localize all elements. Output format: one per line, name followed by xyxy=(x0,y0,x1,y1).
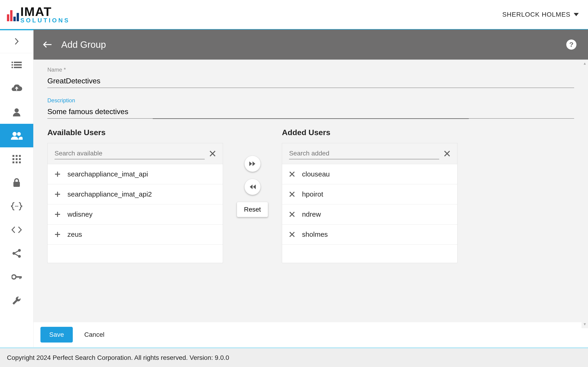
fast-rewind-icon xyxy=(249,184,256,190)
sidebar-item-groups[interactable] xyxy=(0,124,33,147)
sidebar-item-json[interactable] xyxy=(0,194,33,218)
list-item[interactable]: hpoirot xyxy=(282,184,457,204)
plus-icon xyxy=(55,211,60,217)
added-search-input[interactable] xyxy=(289,148,439,159)
add-user-button[interactable] xyxy=(55,211,60,217)
list-item-label: clouseau xyxy=(302,170,330,178)
sidebar-item-share[interactable] xyxy=(0,242,33,265)
lock-icon xyxy=(13,178,21,187)
logo-mark-icon xyxy=(7,7,19,21)
close-icon xyxy=(289,191,295,197)
content-scrollbar[interactable]: ▲ ▼ xyxy=(581,59,588,328)
svg-point-9 xyxy=(12,132,17,136)
sidebar-item-list[interactable] xyxy=(0,53,33,77)
brand-logo[interactable]: IMAT SOLUTIONS xyxy=(7,6,70,23)
svg-point-10 xyxy=(17,132,21,136)
sidebar-item-apps[interactable] xyxy=(0,147,33,171)
list-item-label: ndrew xyxy=(302,210,321,218)
main-content: Add Group ? Name * Description xyxy=(34,30,588,347)
wrench-icon xyxy=(12,296,21,305)
svg-line-28 xyxy=(15,254,18,256)
user-menu[interactable]: SHERLOCK HOLMES xyxy=(502,11,579,18)
chevron-right-icon xyxy=(14,38,19,45)
added-list[interactable]: clouseauhpoirotndrewsholmes xyxy=(282,164,457,263)
sidebar-item-keys[interactable] xyxy=(0,265,33,289)
svg-rect-5 xyxy=(12,67,13,68)
add-all-button[interactable] xyxy=(244,156,260,172)
remove-user-button[interactable] xyxy=(289,211,295,217)
list-item[interactable]: sholmes xyxy=(282,225,457,245)
remove-user-button[interactable] xyxy=(289,231,295,237)
sidebar-item-user[interactable] xyxy=(0,100,33,124)
list-item-label: wdisney xyxy=(67,210,92,218)
group-icon xyxy=(11,131,23,140)
help-button[interactable]: ? xyxy=(566,40,576,50)
actions-bar: Save Cancel xyxy=(34,322,588,347)
list-item-label: searchappliance_imat_api xyxy=(67,170,148,178)
page-title: Add Group xyxy=(61,40,557,50)
svg-marker-46 xyxy=(253,184,256,189)
close-icon xyxy=(289,171,295,177)
added-clear-button[interactable] xyxy=(444,150,450,157)
sidebar-item-security[interactable] xyxy=(0,171,33,194)
svg-rect-1 xyxy=(12,62,13,63)
plus-icon xyxy=(55,191,60,197)
list-item[interactable]: clouseau xyxy=(282,164,457,184)
svg-rect-17 xyxy=(12,161,14,163)
add-user-button[interactable] xyxy=(55,231,60,237)
plus-icon xyxy=(55,231,60,237)
reset-button[interactable]: Reset xyxy=(237,202,268,217)
description-label: Description xyxy=(47,97,574,104)
add-user-button[interactable] xyxy=(55,171,60,177)
close-icon xyxy=(289,231,295,237)
svg-rect-4 xyxy=(14,64,22,66)
top-header: IMAT SOLUTIONS SHERLOCK HOLMES xyxy=(0,0,588,30)
footer: Copyright 2024 Perfect Search Corporatio… xyxy=(0,347,588,367)
close-icon xyxy=(209,150,216,157)
name-input[interactable] xyxy=(47,75,574,88)
back-button[interactable] xyxy=(43,41,52,48)
sidebar-toggle[interactable] xyxy=(0,30,33,53)
share-icon xyxy=(12,249,21,258)
save-button[interactable]: Save xyxy=(41,327,73,342)
svg-rect-31 xyxy=(19,276,21,279)
svg-rect-11 xyxy=(12,155,14,157)
add-user-button[interactable] xyxy=(55,191,60,197)
user-name: SHERLOCK HOLMES xyxy=(502,11,571,18)
transfer-controls: Reset xyxy=(237,128,268,217)
description-input[interactable] xyxy=(47,106,574,119)
svg-point-8 xyxy=(15,108,19,112)
close-icon xyxy=(289,211,295,217)
list-icon xyxy=(12,61,22,69)
cloud-upload-icon xyxy=(11,84,22,92)
svg-point-22 xyxy=(16,206,17,207)
remove-user-button[interactable] xyxy=(289,191,295,197)
list-item[interactable]: zeus xyxy=(48,225,223,245)
key-icon xyxy=(12,274,22,280)
remove-user-button[interactable] xyxy=(289,171,295,177)
svg-point-29 xyxy=(12,275,16,279)
sidebar-item-code[interactable] xyxy=(0,218,33,242)
available-search-input[interactable] xyxy=(55,148,205,159)
list-item[interactable]: ndrew xyxy=(282,204,457,225)
sidebar-item-tools[interactable] xyxy=(0,289,33,312)
logo-text: IMAT SOLUTIONS xyxy=(20,6,70,23)
sidebar xyxy=(0,30,34,347)
caret-down-icon xyxy=(574,13,579,16)
list-item[interactable]: searchappliance_imat_api xyxy=(48,164,223,184)
fast-forward-icon xyxy=(249,161,256,167)
list-item[interactable]: wdisney xyxy=(48,204,223,225)
list-item[interactable]: searchappliance_imat_api2 xyxy=(48,184,223,204)
svg-marker-47 xyxy=(250,184,252,189)
svg-rect-2 xyxy=(14,62,22,63)
available-clear-button[interactable] xyxy=(209,150,216,157)
svg-rect-18 xyxy=(16,161,17,163)
sidebar-item-upload[interactable] xyxy=(0,77,33,100)
cancel-button[interactable]: Cancel xyxy=(84,331,104,338)
plus-icon xyxy=(55,171,60,177)
svg-rect-16 xyxy=(19,158,21,160)
svg-rect-14 xyxy=(12,158,14,160)
remove-all-button[interactable] xyxy=(244,179,260,195)
added-title: Added Users xyxy=(282,128,457,137)
available-list[interactable]: searchappliance_imat_apisearchappliance_… xyxy=(48,164,223,263)
